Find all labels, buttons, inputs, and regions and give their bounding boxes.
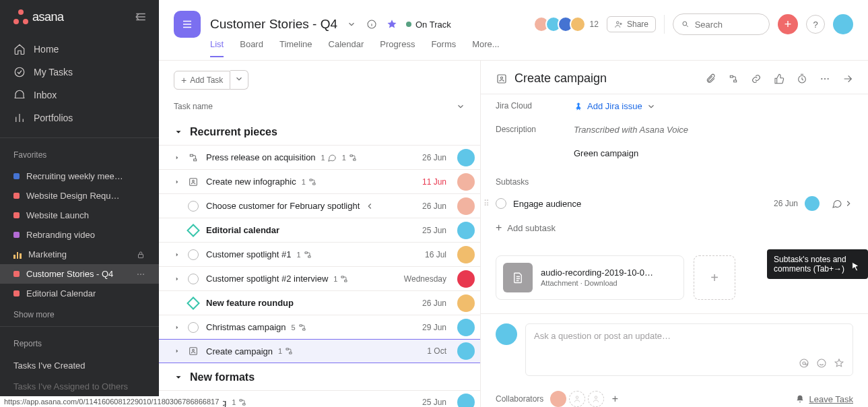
avatar[interactable]	[457, 173, 475, 191]
project-title[interactable]: Customer Stories - Q4	[210, 17, 337, 32]
avatar[interactable]	[457, 294, 475, 312]
sidebar-favorite[interactable]: Rebranding video	[0, 225, 159, 245]
more-icon[interactable]	[820, 73, 830, 84]
expand-icon[interactable]	[174, 346, 180, 356]
show-more[interactable]: Show more	[0, 303, 159, 326]
star-icon[interactable]	[386, 18, 398, 30]
description-value[interactable]: Transcribed with Asana Voice Green campa…	[574, 125, 688, 158]
check-icon[interactable]	[188, 322, 199, 333]
sidebar-favorite[interactable]: Website Launch	[0, 206, 159, 225]
nav-portfolios[interactable]: Portfolios	[0, 106, 159, 129]
sidebar-favorite[interactable]: Customer Stories - Q4	[0, 264, 159, 284]
mention-icon[interactable]	[799, 358, 809, 369]
nav-home[interactable]: Home	[0, 38, 159, 61]
task-row[interactable]: Press release on acquisition 1 1 26 Jun	[159, 145, 480, 169]
chevron-down-icon[interactable]	[345, 18, 358, 30]
expand-icon[interactable]	[174, 323, 180, 332]
nav-my-tasks[interactable]: My Tasks	[0, 61, 159, 84]
add-subtask-button[interactable]: + Add subtask	[496, 215, 853, 247]
task-row[interactable]: Create new infographic 1 11 Jun	[159, 169, 480, 193]
subtask-row[interactable]: ⠿ Engage audience 26 Jun	[496, 192, 853, 215]
emoji-icon[interactable]	[816, 358, 827, 369]
task-row[interactable]: Editorial calendar 25 Jun	[159, 218, 480, 242]
avatar[interactable]	[457, 319, 475, 336]
task-row[interactable]: Customer spotlight #2 interview 1 Wednes…	[159, 266, 480, 290]
attachment-card[interactable]: audio-recording-2019-10-0… Attachment · …	[496, 255, 684, 300]
subtask-icon[interactable]	[728, 73, 739, 84]
tab-progress[interactable]: Progress	[380, 39, 415, 56]
quick-add-button[interactable]: +	[778, 14, 798, 34]
comment-input[interactable]: Ask a question or post an update…	[525, 323, 853, 376]
share-button[interactable]: Share	[607, 16, 656, 32]
task-row[interactable]: Choose customer for February spotlight 2…	[159, 193, 480, 218]
user-avatar[interactable]	[833, 14, 853, 34]
section-header[interactable]: Recurrent pieces	[159, 118, 480, 145]
leave-task-button[interactable]: Leave Task	[795, 394, 853, 404]
expand-icon[interactable]	[174, 177, 180, 187]
report-item[interactable]: Tasks I've Created	[0, 355, 159, 376]
sidebar-favorite[interactable]: Website Design Requ…	[0, 186, 159, 206]
check-icon[interactable]	[188, 249, 199, 260]
tab-more[interactable]: More...	[472, 39, 499, 56]
task-row[interactable]: Customer spotlight #1 1 16 Jul	[159, 242, 480, 266]
collapse-icon[interactable]	[174, 127, 183, 137]
add-collaborator-button[interactable]: +	[607, 391, 623, 407]
search-box[interactable]	[673, 13, 770, 35]
check-icon[interactable]	[188, 274, 199, 284]
add-collaborator-slot[interactable]	[588, 391, 604, 407]
add-attachment-button[interactable]: +	[694, 255, 735, 300]
avatar[interactable]	[457, 270, 475, 288]
add-task-button[interactable]: + Add Task	[174, 71, 230, 90]
subtask-notes-button[interactable]	[832, 198, 853, 209]
task-row[interactable]: Create campaign 1 1 Oct	[159, 339, 480, 363]
avatar[interactable]	[457, 149, 475, 166]
expand-icon[interactable]	[174, 250, 180, 259]
more-icon[interactable]	[136, 270, 145, 279]
nav-inbox[interactable]: Inbox	[0, 84, 159, 106]
drag-handle-icon[interactable]: ⠿	[483, 201, 490, 206]
tab-calendar[interactable]: Calendar	[329, 39, 364, 56]
timer-icon[interactable]	[797, 73, 807, 84]
tab-timeline[interactable]: Timeline	[279, 39, 312, 56]
avatar[interactable]	[457, 197, 475, 215]
chevron-down-icon[interactable]	[456, 102, 465, 111]
avatar[interactable]	[457, 246, 475, 263]
sidebar-favorite[interactable]: Editorial Calendar	[0, 284, 159, 303]
search-input[interactable]	[695, 20, 761, 30]
collapse-icon[interactable]	[174, 373, 183, 382]
members[interactable]: 12	[537, 16, 599, 32]
avatar[interactable]	[457, 394, 475, 407]
avatar[interactable]	[805, 196, 820, 211]
check-icon[interactable]	[188, 201, 199, 212]
close-pane-icon[interactable]	[842, 73, 853, 84]
section-header[interactable]: New formats	[159, 363, 480, 390]
expand-icon[interactable]	[174, 153, 180, 162]
project-status[interactable]: On Track	[406, 20, 451, 30]
logo[interactable]: asana	[13, 9, 64, 24]
expand-icon[interactable]	[174, 274, 180, 284]
sidebar-favorite[interactable]: Recruiting weekly mee…	[0, 166, 159, 186]
avatar[interactable]	[457, 222, 475, 239]
tab-list[interactable]: List	[210, 39, 224, 57]
report-item[interactable]: Tasks I've Assigned to Others	[0, 376, 159, 397]
task-row[interactable]: New feature roundup 26 Jun	[159, 290, 480, 315]
task-row[interactable]: Christmas campaign 5 29 Jun	[159, 315, 480, 339]
collapse-sidebar-icon[interactable]	[133, 9, 148, 24]
add-task-dropdown[interactable]	[230, 70, 248, 90]
jira-action[interactable]: Add Jira issue	[574, 101, 656, 111]
tab-board[interactable]: Board	[240, 39, 263, 56]
like-icon[interactable]	[774, 73, 784, 84]
tab-forms[interactable]: Forms	[431, 39, 456, 56]
star-outline-icon[interactable]	[834, 358, 844, 369]
sidebar-favorite[interactable]: Marketing	[0, 245, 159, 264]
check-icon[interactable]	[496, 198, 506, 209]
help-button[interactable]: ?	[806, 15, 825, 34]
attachment-icon[interactable]	[705, 73, 716, 84]
avatar[interactable]	[550, 391, 566, 407]
link-icon[interactable]	[751, 73, 762, 84]
project-icon[interactable]	[174, 11, 201, 38]
info-icon[interactable]	[366, 18, 378, 30]
avatar[interactable]	[457, 342, 475, 360]
detail-title[interactable]: Create campaign	[514, 71, 698, 86]
add-collaborator-slot[interactable]	[569, 391, 585, 407]
